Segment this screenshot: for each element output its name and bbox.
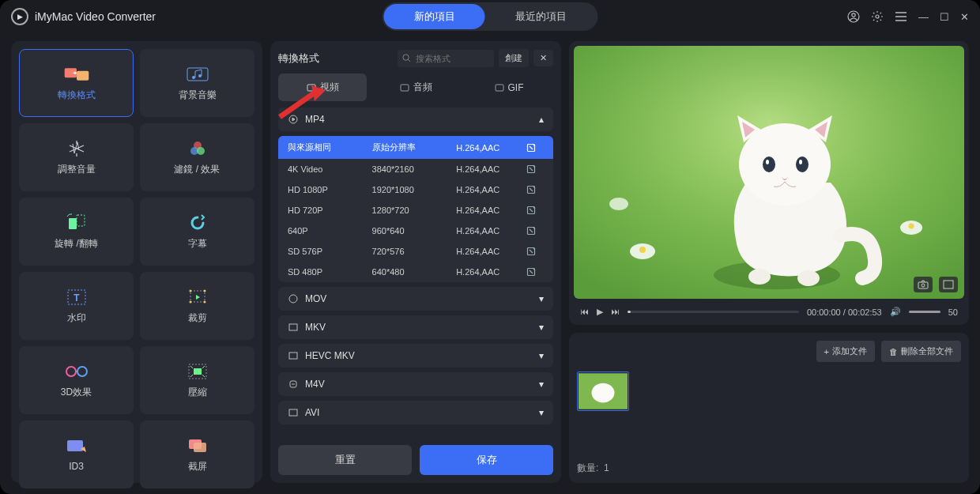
tool-id3[interactable]: ID3 [19,420,134,488]
close-button[interactable]: ✕ [960,11,969,23]
panel-title: 轉換格式 [278,51,393,66]
format-row[interactable]: SD 480P640*480H.264,AAC [278,262,553,282]
music-icon [184,65,211,84]
svg-point-60 [799,160,802,164]
tool-subtitle[interactable]: 字幕 [140,198,254,266]
trash-icon: 🗑 [889,347,898,356]
tool-sidebar: 轉換格式 背景音樂 調整音量 濾鏡 / 效果 旋轉 /翻轉 字幕 [11,41,262,483]
format-panel: 轉換格式 創建 ✕ 視頻 音頻 GIF MP4 ▴ 與來源相同原始分 [270,41,561,483]
svg-rect-4 [77,70,89,80]
format-group-mkv[interactable]: MKV▾ [278,315,553,339]
volume-value: 50 [948,307,958,317]
watermark-icon: T [63,288,90,307]
edit-icon[interactable] [526,226,544,236]
svg-point-66 [597,385,603,391]
reset-button[interactable]: 重置 [278,445,412,475]
search-input[interactable] [414,53,481,64]
svg-rect-5 [187,68,208,81]
volume-slider[interactable] [909,311,940,313]
format-row[interactable]: 4K Video3840*2160H.264,AAC [278,159,553,179]
close-panel-button[interactable]: ✕ [533,50,553,66]
svg-point-52 [609,198,628,210]
tool-3d[interactable]: 3D效果 [19,346,134,414]
video-preview[interactable] [574,46,964,299]
tool-filter[interactable]: 濾鏡 / 效果 [140,123,254,191]
format-group-mp4[interactable]: MP4 ▴ [278,107,553,131]
preview-panel: ⏮ ▶ ⏭ 00:00:00 / 00:02:53 🔊 50 [569,41,969,325]
format-group-avi[interactable]: AVI▾ [278,401,553,424]
format-row[interactable]: 與來源相同原始分辨率H.264,AAC [278,136,553,159]
3d-icon [63,362,90,381]
file-thumbnail[interactable] [577,371,629,411]
progress-bar[interactable] [628,311,799,313]
tool-volume[interactable]: 調整音量 [19,123,134,191]
tool-music[interactable]: 背景音樂 [140,49,254,117]
svg-rect-29 [307,85,315,91]
svg-rect-11 [69,218,77,229]
edit-icon[interactable] [526,247,544,256]
svg-point-17 [203,289,205,292]
menu-icon[interactable] [895,11,907,22]
screenshot-icon [184,436,211,455]
svg-marker-20 [196,295,200,300]
format-row[interactable]: HD 720P1280*720H.264,AAC [278,200,553,221]
volume-icon[interactable]: 🔊 [890,307,901,317]
format-tab-audio[interactable]: 音頻 [371,74,460,101]
edit-icon[interactable] [526,164,544,174]
tab-recent-project[interactable]: 最近的項目 [485,4,597,29]
add-file-button[interactable]: +添加文件 [816,341,875,362]
format-group-hevc[interactable]: HEVC MKV▾ [278,344,553,368]
next-button[interactable]: ⏭ [611,307,620,317]
svg-point-18 [189,300,191,303]
maximize-button[interactable]: ☐ [940,11,949,23]
svg-text:T: T [74,292,80,304]
tool-rotate[interactable]: 旋轉 /翻轉 [19,198,134,266]
svg-point-41 [289,295,297,303]
format-tab-gif[interactable]: GIF [465,74,553,101]
format-group-mov[interactable]: MOV▾ [278,287,553,311]
tool-screenshot[interactable]: 截屏 [140,420,254,488]
format-tab-video[interactable]: 視頻 [278,74,367,101]
create-button[interactable]: 創建 [499,49,529,67]
edit-icon[interactable] [526,267,544,277]
edit-icon[interactable] [526,185,544,194]
chevron-down-icon: ▾ [539,350,544,361]
tool-compress[interactable]: 壓縮 [140,346,254,414]
remove-all-button[interactable]: 🗑刪除全部文件 [881,341,961,362]
snapshot-button[interactable] [914,277,933,292]
format-row[interactable]: HD 1080P1920*1080H.264,AAC [278,179,553,200]
play-button[interactable]: ▶ [597,307,603,317]
svg-point-16 [189,289,191,292]
id3-icon [63,437,90,456]
svg-rect-42 [289,324,297,330]
edit-icon[interactable] [526,143,544,153]
rotate-icon [63,213,90,232]
svg-point-62 [922,284,925,287]
svg-rect-31 [496,85,503,91]
svg-rect-43 [289,353,297,359]
svg-point-58 [796,156,808,172]
format-row[interactable]: SD 576P720*576H.264,AAC [278,241,553,262]
minimize-button[interactable]: — [918,11,929,23]
format-group-m4v[interactable]: M4V▾ [278,372,553,396]
user-icon[interactable] [847,10,860,23]
format-row[interactable]: 640P960*640H.264,AAC [278,221,553,241]
edit-icon[interactable] [526,206,544,215]
prev-button[interactable]: ⏮ [580,307,589,317]
svg-point-51 [909,224,914,229]
app-brand: ▶ iMyMac Video Converter [11,8,156,25]
subtitle-icon [184,213,211,232]
save-button[interactable]: 保存 [420,445,553,475]
fullscreen-button[interactable] [939,277,958,292]
tool-watermark[interactable]: T 水印 [19,272,134,340]
tab-new-project[interactable]: 新的項目 [384,4,485,29]
svg-point-10 [197,147,205,155]
settings-icon[interactable] [871,10,884,23]
format-search[interactable] [398,50,494,67]
tool-convert[interactable]: 轉換格式 [19,49,134,117]
svg-rect-45 [289,409,297,416]
tool-crop[interactable]: 裁剪 [140,272,254,340]
svg-point-49 [639,247,646,253]
time-display: 00:00:00 / 00:02:53 [807,307,882,317]
svg-point-54 [748,269,771,285]
